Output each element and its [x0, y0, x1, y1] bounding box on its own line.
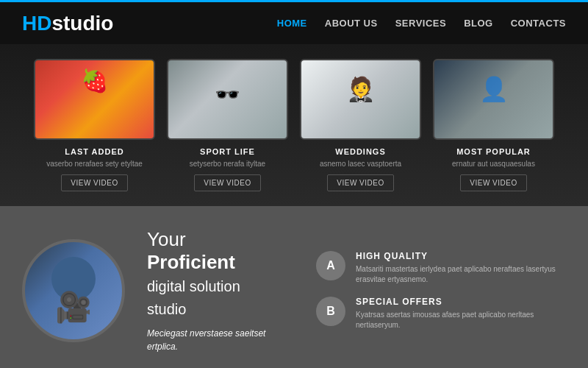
gallery-thumb-1: [167, 59, 288, 140]
headline-subtext: Meciegast nverstaese saeitset ertplica.: [147, 327, 294, 353]
gallery-item-3: MOST POPULAR ernatur aut uasquaesulas VI…: [433, 59, 554, 191]
feature-desc-0: Matsariti mastertas ierlydea paet aplica…: [356, 264, 566, 285]
headline: Your Proficient digital solutionstudio M…: [147, 228, 294, 354]
gallery-item-1: SPORT LIFE setyserbo nerafa ityltae VIEW…: [167, 59, 288, 191]
nav-about[interactable]: ABOUT US: [325, 18, 378, 29]
gallery-desc-0: vaserbo nerafaes sety etyltae: [34, 159, 155, 169]
feature-item-1: B SPECIAL OFFERS Kyatrsas asertas imousa…: [316, 297, 566, 330]
headline-text: Your Proficient digital solutionstudio: [147, 228, 294, 320]
gallery-label-0: LAST ADDED: [34, 147, 155, 156]
gallery-section: LAST ADDED vaserbo nerafaes sety etyltae…: [0, 44, 588, 206]
gallery-thumb-0: [34, 59, 155, 140]
gallery-thumb-3: [433, 59, 554, 140]
nav-blog[interactable]: BLOG: [464, 18, 493, 29]
headline-line1: Your: [147, 228, 186, 250]
avatar-circle: [22, 239, 125, 342]
gallery-label-3: MOST POPULAR: [433, 147, 554, 156]
nav: HOME ABOUT US SERVICES BLOG CONTACTS: [277, 18, 566, 29]
gallery-desc-1: setyserbo nerafa ityltae: [167, 159, 288, 169]
gallery-item-2: WEDDINGS asnemo lasec vasptoerta VIEW VI…: [300, 59, 421, 191]
feature-title-0: HIGH QUALITY: [356, 251, 566, 261]
nav-contacts[interactable]: CONTACTS: [511, 18, 566, 29]
feature-item-0: A HIGH QUALITY Matsariti mastertas ierly…: [316, 251, 566, 285]
headline-subtext-em: Meciegast nverstaese saeitset ertplica.: [147, 328, 265, 352]
gallery-grid: LAST ADDED vaserbo nerafaes sety etyltae…: [22, 59, 566, 191]
logo-hd: HD: [22, 12, 51, 35]
headline-bold: Proficient: [147, 251, 294, 274]
header: HDstudio HOME ABOUT US SERVICES BLOG CON…: [0, 0, 588, 44]
feature-icon-b: B: [316, 297, 345, 326]
bottom-section: Your Proficient digital solutionstudio M…: [0, 206, 588, 368]
feature-text-1: SPECIAL OFFERS Kyatrsas asertas imousas …: [356, 297, 566, 330]
nav-services[interactable]: SERVICES: [395, 18, 447, 29]
gallery-desc-2: asnemo lasec vasptoerta: [300, 159, 421, 169]
gallery-desc-3: ernatur aut uasquaesulas: [433, 159, 554, 169]
view-video-btn-2[interactable]: VIEW VIDEO: [327, 174, 393, 191]
view-video-btn-1[interactable]: VIEW VIDEO: [194, 174, 260, 191]
features: A HIGH QUALITY Matsariti mastertas ierly…: [316, 251, 566, 330]
view-video-btn-3[interactable]: VIEW VIDEO: [460, 174, 526, 191]
feature-desc-1: Kyatrsas asertas imousas afaes paet apli…: [356, 310, 566, 330]
gallery-label-2: WEDDINGS: [300, 147, 421, 156]
feature-text-0: HIGH QUALITY Matsariti mastertas ierlyde…: [356, 251, 566, 285]
gallery-thumb-2: [300, 59, 421, 140]
logo: HDstudio: [22, 12, 113, 35]
avatar-person: [51, 257, 96, 301]
logo-studio: studio: [51, 12, 113, 35]
gallery-label-1: SPORT LIFE: [167, 147, 288, 156]
headline-line2: digital solutionstudio: [147, 278, 240, 317]
feature-title-1: SPECIAL OFFERS: [356, 297, 566, 307]
nav-home[interactable]: HOME: [277, 18, 307, 29]
view-video-btn-0[interactable]: VIEW VIDEO: [61, 174, 127, 191]
feature-icon-a: A: [316, 251, 345, 280]
gallery-item-0: LAST ADDED vaserbo nerafaes sety etyltae…: [34, 59, 155, 191]
